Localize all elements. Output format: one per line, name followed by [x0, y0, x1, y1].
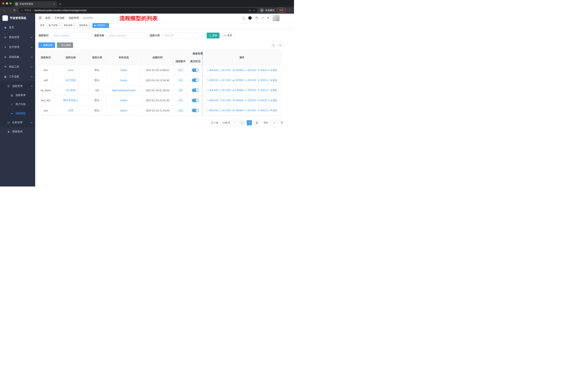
font-size-icon[interactable]: T: [267, 16, 269, 20]
new-tab-button[interactable]: +: [59, 2, 61, 6]
tab-close-icon[interactable]: ×: [58, 24, 60, 27]
assign-rule-link[interactable]: ♟分配规则: [232, 109, 243, 112]
tab-tenant-management[interactable]: 租户管理 ×: [47, 23, 61, 28]
breadcrumb-home[interactable]: 首页: [45, 16, 50, 20]
delete-process-link[interactable]: ✖删除: [271, 69, 277, 72]
reset-button[interactable]: ↻ 重置: [222, 33, 235, 39]
github-icon[interactable]: [248, 16, 252, 20]
publish-process-link[interactable]: ➤发布流程: [245, 69, 256, 72]
form-info-link[interactable]: biubiu: [120, 79, 127, 82]
active-toggle[interactable]: [192, 69, 199, 72]
process-name-link[interactable]: 自己审批: [66, 79, 76, 82]
active-toggle[interactable]: [192, 89, 199, 92]
tab-my-process[interactable]: 我的流程 ×: [62, 23, 76, 28]
tab-close-icon[interactable]: ×: [74, 24, 75, 27]
sidebar-item-home[interactable]: ◉ 首页: [0, 23, 35, 32]
sidebar-item-task-management[interactable]: ☑ 任务管理 ❯: [0, 118, 35, 127]
edit-process-link[interactable]: ✎修改流程: [207, 79, 218, 82]
assign-rule-link[interactable]: ♟分配规则: [232, 89, 243, 92]
tab-home[interactable]: 首页: [38, 23, 46, 28]
tab-close-icon[interactable]: ×: [53, 3, 55, 6]
process-name-link[interactable]: eeee: [68, 69, 74, 71]
page-1-button[interactable]: 1: [247, 120, 252, 125]
sidebar-item-process-model[interactable]: ➤ 流程模型: [0, 109, 35, 118]
browser-menu-icon[interactable]: ⋮: [288, 9, 291, 12]
sidebar-item-infrastructure[interactable]: ⊞ 基础设施 ❯: [0, 52, 35, 62]
sidebar-item-payment[interactable]: ¥ 支付管理 ❯: [0, 42, 35, 52]
prev-page-button[interactable]: ❮: [239, 120, 244, 125]
publish-process-link[interactable]: ➤发布流程: [245, 79, 256, 82]
search-button[interactable]: 搜索: [207, 33, 220, 39]
process-definition-link[interactable]: ❖流程定义: [258, 99, 269, 102]
toggle-search-button[interactable]: [271, 42, 276, 48]
sidebar-logo[interactable]: 芋道管理系统: [0, 14, 35, 23]
bookmark-star-icon[interactable]: ☆: [253, 9, 255, 12]
form-info-link[interactable]: /bpm/oa/leave/create: [112, 89, 136, 92]
process-definition-link[interactable]: ❖流程定义: [258, 79, 269, 82]
publish-process-link[interactable]: ➤发布流程: [245, 99, 256, 102]
assign-rule-link[interactable]: ♟分配规则: [232, 99, 243, 102]
breadcrumb-process-management[interactable]: 流程管理: [69, 16, 79, 20]
avatar[interactable]: [273, 15, 279, 21]
process-name-link[interactable]: 滔博: [68, 109, 73, 112]
delete-process-link[interactable]: ✖删除: [271, 79, 277, 82]
sidebar-item-system[interactable]: ⚙ 系统管理 ❯: [0, 32, 35, 42]
publish-process-link[interactable]: ➤发布流程: [245, 109, 256, 112]
edit-process-link[interactable]: ✎修改流程: [207, 99, 218, 102]
sidebar-item-process-management[interactable]: ☰ 流程管理 ❯: [0, 81, 35, 91]
edit-process-link[interactable]: ✎修改流程: [207, 109, 218, 112]
sidebar-item-leave-query[interactable]: ♟ 请假查询: [0, 127, 35, 136]
fullscreen-icon[interactable]: ⤢: [262, 16, 264, 20]
design-process-link[interactable]: ◎设计流程: [220, 69, 231, 72]
edit-process-link[interactable]: ✎修改流程: [207, 69, 218, 72]
form-info-link[interactable]: biubiu: [120, 109, 127, 112]
browser-tab[interactable]: 芋道管理系统 ×: [13, 1, 57, 7]
form-info-link[interactable]: biubiu: [120, 99, 127, 102]
design-process-link[interactable]: ◎设计流程: [220, 89, 231, 92]
reload-icon[interactable]: ↻: [12, 9, 17, 12]
help-icon[interactable]: ?: [255, 17, 258, 20]
process-name-link[interactable]: 测试多审批人: [63, 99, 78, 102]
design-process-link[interactable]: ◎设计流程: [220, 109, 231, 112]
browser-update-button[interactable]: 更新: [277, 8, 286, 13]
design-process-link[interactable]: ◎设计流程: [220, 79, 231, 82]
process-name-link[interactable]: OA 请假: [66, 89, 75, 92]
active-toggle[interactable]: [192, 79, 199, 82]
tab-close-icon[interactable]: ×: [106, 24, 107, 27]
sidebar-item-process-form[interactable]: ▤ 流程表单: [0, 91, 35, 100]
forward-icon[interactable]: →: [7, 9, 12, 12]
assign-rule-link[interactable]: ♟分配规则: [232, 79, 243, 82]
tab-process-model[interactable]: 流程模型 ×: [92, 23, 109, 28]
active-toggle[interactable]: [192, 99, 199, 102]
address-bar[interactable]: ⚠ 不安全 dashboard.yudao.iocoder.cn/bpm/man…: [19, 8, 257, 13]
active-toggle[interactable]: [192, 109, 199, 112]
delete-process-link[interactable]: ✖删除: [271, 99, 277, 102]
process-category-select[interactable]: 流程分类 ❯: [162, 33, 204, 39]
goto-page-input[interactable]: [271, 120, 278, 125]
edit-process-link[interactable]: ✎修改流程: [207, 89, 218, 92]
process-key-input[interactable]: [51, 33, 92, 39]
hamburger-icon[interactable]: ☰: [37, 16, 43, 20]
process-definition-link[interactable]: ❖流程定义: [258, 69, 269, 72]
sidebar-item-user-group[interactable]: ☺ 用户分组: [0, 100, 35, 109]
process-definition-link[interactable]: ❖流程定义: [258, 109, 269, 112]
tab-close-icon[interactable]: ×: [89, 24, 90, 27]
publish-process-link[interactable]: ➤发布流程: [245, 89, 256, 92]
delete-process-link[interactable]: ✖删除: [271, 109, 277, 112]
minimize-window-button[interactable]: [6, 2, 8, 5]
design-process-link[interactable]: ◎设计流程: [220, 99, 231, 102]
breadcrumb-workflow[interactable]: 工作流程: [54, 16, 64, 20]
zoom-window-button[interactable]: [10, 2, 12, 5]
sidebar-item-devtools[interactable]: ⚒ 研发工具 ❯: [0, 62, 35, 72]
page-size-select[interactable]: 10条/页 ❯: [221, 120, 237, 125]
create-process-button[interactable]: + 新建流程: [38, 42, 55, 48]
next-page-button[interactable]: ❯: [254, 120, 259, 125]
close-window-button[interactable]: [2, 2, 4, 5]
import-process-button[interactable]: ↑ 导入流程: [57, 42, 73, 48]
delete-process-link[interactable]: ✖删除: [271, 89, 277, 92]
search-icon[interactable]: [242, 17, 245, 19]
form-info-link[interactable]: biubiu: [120, 69, 127, 71]
back-icon[interactable]: ←: [2, 9, 7, 12]
process-definition-link[interactable]: ❖流程定义: [258, 89, 269, 92]
refresh-table-button[interactable]: ↻: [278, 42, 283, 48]
